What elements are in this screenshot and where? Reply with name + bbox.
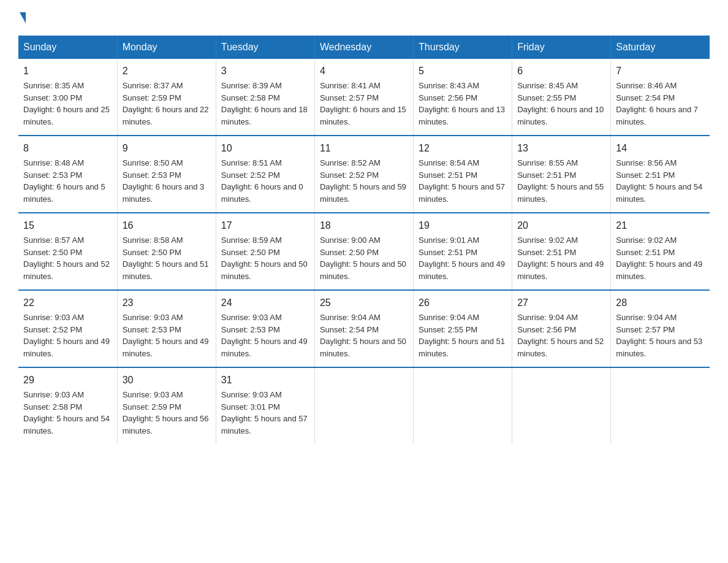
day-info: Sunrise: 9:04 AMSunset: 2:56 PMDaylight:… — [517, 313, 604, 358]
day-info: Sunrise: 8:50 AMSunset: 2:53 PMDaylight:… — [123, 158, 205, 204]
calendar-cell: 22Sunrise: 9:03 AMSunset: 2:52 PMDayligh… — [18, 290, 117, 367]
day-number: 9 — [123, 141, 211, 156]
day-number: 18 — [320, 218, 408, 233]
day-info: Sunrise: 8:39 AMSunset: 2:58 PMDaylight:… — [221, 81, 308, 126]
day-number: 3 — [221, 64, 309, 79]
col-thursday: Thursday — [414, 36, 512, 59]
calendar-cell: 14Sunrise: 8:56 AMSunset: 2:51 PMDayligh… — [611, 136, 710, 213]
col-monday: Monday — [117, 36, 216, 59]
day-number: 31 — [221, 373, 309, 388]
calendar-header-row: Sunday Monday Tuesday Wednesday Thursday… — [18, 36, 710, 59]
calendar-cell — [414, 367, 512, 444]
calendar-cell: 7Sunrise: 8:46 AMSunset: 2:54 PMDaylight… — [611, 59, 710, 136]
day-info: Sunrise: 9:03 AMSunset: 2:59 PMDaylight:… — [123, 390, 209, 435]
day-info: Sunrise: 8:48 AMSunset: 2:53 PMDaylight:… — [23, 158, 105, 204]
col-friday: Friday — [512, 36, 611, 59]
calendar-cell — [314, 367, 413, 444]
calendar-cell: 10Sunrise: 8:51 AMSunset: 2:52 PMDayligh… — [216, 136, 314, 213]
calendar-cell: 28Sunrise: 9:04 AMSunset: 2:57 PMDayligh… — [611, 290, 710, 367]
calendar-cell: 8Sunrise: 8:48 AMSunset: 2:53 PMDaylight… — [18, 136, 117, 213]
day-info: Sunrise: 9:04 AMSunset: 2:54 PMDaylight:… — [320, 313, 406, 358]
calendar-cell: 19Sunrise: 9:01 AMSunset: 2:51 PMDayligh… — [414, 213, 512, 290]
day-number: 26 — [419, 296, 507, 310]
calendar-cell: 26Sunrise: 9:04 AMSunset: 2:55 PMDayligh… — [414, 290, 512, 367]
day-number: 14 — [616, 141, 705, 156]
calendar-week-row: 1Sunrise: 8:35 AMSunset: 3:00 PMDaylight… — [18, 59, 710, 136]
day-number: 25 — [320, 296, 408, 310]
calendar-cell: 27Sunrise: 9:04 AMSunset: 2:56 PMDayligh… — [512, 290, 611, 367]
day-info: Sunrise: 9:03 AMSunset: 2:53 PMDaylight:… — [221, 313, 308, 358]
day-number: 22 — [23, 296, 112, 310]
calendar-cell: 20Sunrise: 9:02 AMSunset: 2:51 PMDayligh… — [512, 213, 611, 290]
day-info: Sunrise: 9:03 AMSunset: 2:53 PMDaylight:… — [123, 313, 209, 358]
day-info: Sunrise: 9:03 AMSunset: 2:52 PMDaylight:… — [23, 313, 110, 358]
logo — [18, 12, 27, 23]
day-number: 23 — [123, 296, 211, 310]
day-info: Sunrise: 9:02 AMSunset: 2:51 PMDaylight:… — [616, 236, 702, 281]
day-number: 5 — [419, 64, 507, 79]
day-info: Sunrise: 8:55 AMSunset: 2:51 PMDaylight:… — [517, 158, 604, 204]
calendar-week-row: 8Sunrise: 8:48 AMSunset: 2:53 PMDaylight… — [18, 136, 710, 213]
calendar-cell: 16Sunrise: 8:58 AMSunset: 2:50 PMDayligh… — [117, 213, 216, 290]
day-info: Sunrise: 8:57 AMSunset: 2:50 PMDaylight:… — [23, 236, 110, 281]
day-number: 21 — [616, 218, 705, 233]
calendar-cell: 3Sunrise: 8:39 AMSunset: 2:58 PMDaylight… — [216, 59, 314, 136]
day-number: 30 — [123, 373, 211, 388]
day-info: Sunrise: 8:56 AMSunset: 2:51 PMDaylight:… — [616, 158, 702, 204]
day-number: 20 — [517, 218, 605, 233]
day-number: 27 — [517, 296, 605, 310]
day-info: Sunrise: 8:54 AMSunset: 2:51 PMDaylight:… — [419, 158, 505, 204]
calendar-week-row: 22Sunrise: 9:03 AMSunset: 2:52 PMDayligh… — [18, 290, 710, 367]
calendar-cell: 12Sunrise: 8:54 AMSunset: 2:51 PMDayligh… — [414, 136, 512, 213]
day-info: Sunrise: 8:52 AMSunset: 2:52 PMDaylight:… — [320, 158, 406, 204]
calendar-week-row: 29Sunrise: 9:03 AMSunset: 2:58 PMDayligh… — [18, 367, 710, 444]
day-info: Sunrise: 8:51 AMSunset: 2:52 PMDaylight:… — [221, 158, 303, 204]
day-number: 12 — [419, 141, 507, 156]
day-info: Sunrise: 8:58 AMSunset: 2:50 PMDaylight:… — [123, 236, 209, 281]
day-number: 17 — [221, 218, 309, 233]
page-header — [18, 12, 710, 23]
calendar-cell: 2Sunrise: 8:37 AMSunset: 2:59 PMDaylight… — [117, 59, 216, 136]
day-number: 16 — [123, 218, 211, 233]
day-number: 13 — [517, 141, 605, 156]
day-info: Sunrise: 8:43 AMSunset: 2:56 PMDaylight:… — [419, 81, 505, 126]
day-number: 4 — [320, 64, 408, 79]
calendar-cell: 29Sunrise: 9:03 AMSunset: 2:58 PMDayligh… — [18, 367, 117, 444]
calendar-cell: 6Sunrise: 8:45 AMSunset: 2:55 PMDaylight… — [512, 59, 611, 136]
day-info: Sunrise: 9:03 AMSunset: 3:01 PMDaylight:… — [221, 390, 308, 435]
day-number: 15 — [23, 218, 112, 233]
calendar-cell: 21Sunrise: 9:02 AMSunset: 2:51 PMDayligh… — [611, 213, 710, 290]
day-number: 7 — [616, 64, 705, 79]
calendar-cell: 9Sunrise: 8:50 AMSunset: 2:53 PMDaylight… — [117, 136, 216, 213]
day-info: Sunrise: 9:04 AMSunset: 2:55 PMDaylight:… — [419, 313, 505, 358]
calendar-cell: 1Sunrise: 8:35 AMSunset: 3:00 PMDaylight… — [18, 59, 117, 136]
col-sunday: Sunday — [18, 36, 117, 59]
calendar-cell — [512, 367, 611, 444]
day-info: Sunrise: 8:46 AMSunset: 2:54 PMDaylight:… — [616, 81, 698, 126]
calendar-cell: 11Sunrise: 8:52 AMSunset: 2:52 PMDayligh… — [314, 136, 413, 213]
calendar-cell: 31Sunrise: 9:03 AMSunset: 3:01 PMDayligh… — [216, 367, 314, 444]
day-info: Sunrise: 9:04 AMSunset: 2:57 PMDaylight:… — [616, 313, 702, 358]
calendar-cell: 4Sunrise: 8:41 AMSunset: 2:57 PMDaylight… — [314, 59, 413, 136]
col-wednesday: Wednesday — [314, 36, 413, 59]
day-number: 24 — [221, 296, 309, 310]
day-info: Sunrise: 8:41 AMSunset: 2:57 PMDaylight:… — [320, 81, 406, 126]
day-number: 19 — [419, 218, 507, 233]
calendar-cell: 5Sunrise: 8:43 AMSunset: 2:56 PMDaylight… — [414, 59, 512, 136]
day-info: Sunrise: 9:00 AMSunset: 2:50 PMDaylight:… — [320, 236, 406, 281]
day-info: Sunrise: 9:01 AMSunset: 2:51 PMDaylight:… — [419, 236, 505, 281]
day-info: Sunrise: 9:03 AMSunset: 2:58 PMDaylight:… — [23, 390, 110, 435]
calendar-table: Sunday Monday Tuesday Wednesday Thursday… — [18, 36, 710, 444]
day-number: 8 — [23, 141, 112, 156]
calendar-cell: 13Sunrise: 8:55 AMSunset: 2:51 PMDayligh… — [512, 136, 611, 213]
calendar-cell: 24Sunrise: 9:03 AMSunset: 2:53 PMDayligh… — [216, 290, 314, 367]
day-number: 1 — [23, 64, 112, 79]
day-number: 10 — [221, 141, 309, 156]
calendar-cell: 30Sunrise: 9:03 AMSunset: 2:59 PMDayligh… — [117, 367, 216, 444]
day-info: Sunrise: 8:45 AMSunset: 2:55 PMDaylight:… — [517, 81, 604, 126]
day-number: 6 — [517, 64, 605, 79]
calendar-week-row: 15Sunrise: 8:57 AMSunset: 2:50 PMDayligh… — [18, 213, 710, 290]
day-info: Sunrise: 8:35 AMSunset: 3:00 PMDaylight:… — [23, 81, 110, 126]
calendar-cell: 15Sunrise: 8:57 AMSunset: 2:50 PMDayligh… — [18, 213, 117, 290]
calendar-cell — [611, 367, 710, 444]
